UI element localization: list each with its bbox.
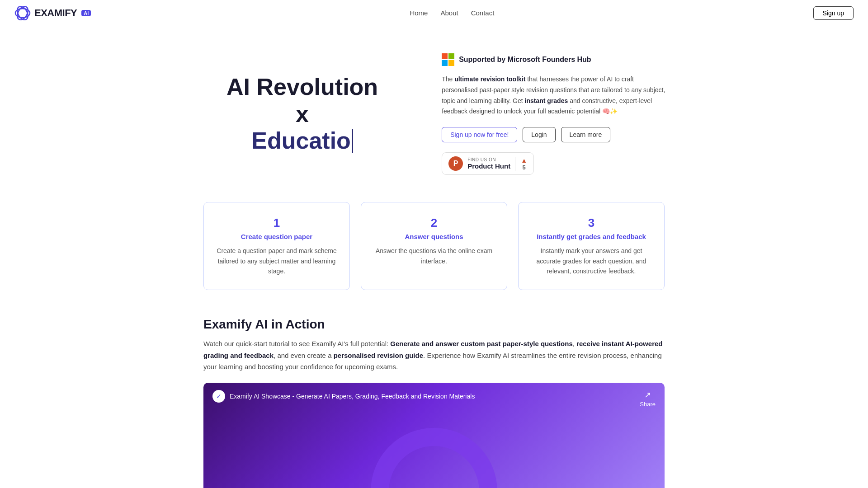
ph-vote-count: 5 — [522, 164, 525, 171]
hero-section: AI Revolution x Educatio Supported by Mi… — [163, 26, 705, 193]
steps-section: 1 Create question paper Create a questio… — [185, 202, 683, 290]
hero-title: AI Revolution x Educatio — [199, 74, 406, 155]
nav-links: Home About Contact — [410, 9, 494, 17]
bold-generate: Generate and answer custom past paper-st… — [390, 340, 572, 347]
step-desc-2: Answer the questions via the online exam… — [372, 246, 496, 266]
hero-description: The ultimate revision toolkit that harne… — [442, 74, 669, 117]
learn-more-button[interactable]: Learn more — [561, 127, 611, 142]
step-number-1: 1 — [215, 216, 339, 230]
step-card-1: 1 Create question paper Create a questio… — [203, 202, 350, 290]
step-card-3: 3 Instantly get grades and feedback Inst… — [518, 202, 665, 290]
video-container[interactable]: ✓ Examify AI Showcase - Generate AI Pape… — [203, 383, 665, 488]
video-title-bar: ✓ Examify AI Showcase - Generate AI Pape… — [212, 390, 475, 403]
ph-find-label: FIND US ON — [467, 157, 510, 162]
step-title-2: Answer questions — [372, 233, 496, 240]
bold-instant-grades: instant grades — [525, 97, 568, 104]
hero-title-line2: x — [199, 101, 406, 128]
video-check-icon: ✓ — [212, 390, 225, 403]
logo-ai-badge: AI — [81, 10, 91, 16]
ms-green — [448, 53, 454, 59]
video-title-text: Examify AI Showcase - Generate AI Papers… — [230, 393, 475, 400]
action-description: Watch our quick-start tutorial to see Ex… — [203, 338, 665, 373]
share-icon: ↗ — [644, 390, 651, 400]
action-title: Examify AI in Action — [203, 317, 665, 332]
nav-contact[interactable]: Contact — [471, 9, 495, 17]
step-number-3: 3 — [529, 216, 653, 230]
hero-buttons: Sign up now for free! Login Learn more — [442, 127, 669, 142]
bold-revision-toolkit: ultimate revision toolkit — [454, 75, 525, 83]
hero-title-line1: AI Revolution — [226, 74, 378, 100]
microsoft-logo — [442, 53, 454, 66]
video-decoration-circle — [371, 428, 497, 488]
ms-badge-text: Supported by Microsoft Founders Hub — [459, 56, 591, 64]
ms-red — [442, 53, 448, 59]
logo-text: EXAMIFY — [34, 7, 77, 19]
signup-free-button[interactable]: Sign up now for free! — [442, 127, 517, 142]
ms-blue — [442, 60, 448, 66]
action-section: Examify AI in Action Watch our quick-sta… — [185, 317, 683, 488]
logo[interactable]: EXAMIFY AI — [14, 5, 91, 21]
login-button[interactable]: Login — [523, 127, 555, 142]
navbar: EXAMIFY AI Home About Contact Sign up — [0, 0, 868, 26]
product-hunt-text: FIND US ON Product Hunt — [467, 157, 510, 170]
step-desc-1: Create a question paper and mark scheme … — [215, 246, 339, 276]
nav-home[interactable]: Home — [410, 9, 428, 17]
signup-button[interactable]: Sign up — [813, 6, 854, 20]
share-label: Share — [640, 401, 656, 408]
video-share-button[interactable]: ↗ Share — [640, 390, 656, 408]
bold-revision-guide: personalised revision guide — [334, 352, 423, 359]
product-hunt-badge[interactable]: P FIND US ON Product Hunt ▲ 5 — [442, 152, 534, 175]
ph-upvote-arrow: ▲ — [521, 157, 527, 164]
ms-yellow — [448, 60, 454, 66]
logo-icon — [14, 5, 31, 21]
text-cursor — [352, 129, 353, 153]
hero-left: AI Revolution x Educatio — [199, 74, 406, 155]
hero-title-line3: Educatio — [199, 127, 406, 155]
ph-name-label: Product Hunt — [467, 162, 510, 170]
step-number-2: 2 — [372, 216, 496, 230]
microsoft-badge: Supported by Microsoft Founders Hub — [442, 53, 669, 66]
step-desc-3: Instantly mark your answers and get accu… — [529, 246, 653, 276]
step-title-3: Instantly get grades and feedback — [529, 233, 653, 240]
step-card-2: 2 Answer questions Answer the questions … — [361, 202, 507, 290]
svg-point-2 — [15, 5, 30, 21]
product-hunt-icon: P — [448, 156, 463, 171]
hero-right: Supported by Microsoft Founders Hub The … — [442, 53, 669, 175]
step-title-1: Create question paper — [215, 233, 339, 240]
nav-about[interactable]: About — [440, 9, 458, 17]
ph-votes: ▲ 5 — [515, 157, 527, 171]
